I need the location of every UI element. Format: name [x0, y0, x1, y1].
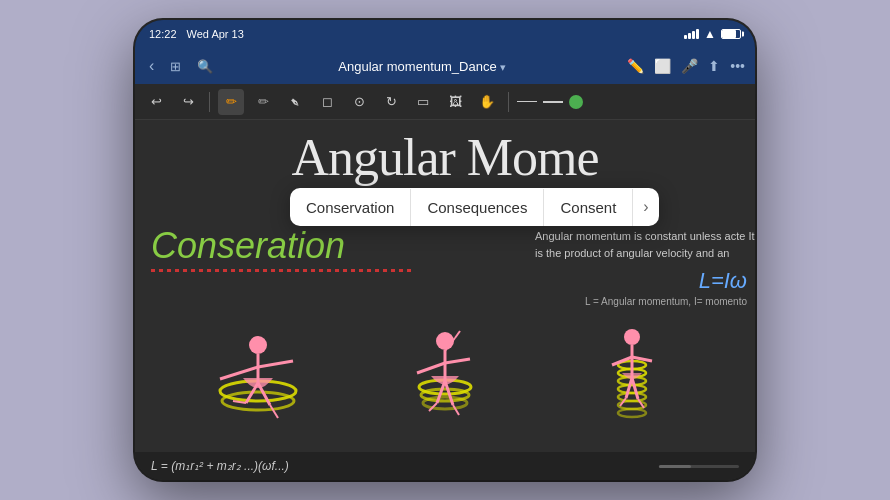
- bottom-formula: L = (m₁r₁² + m₂r₂ ...)(ωf...): [151, 459, 289, 473]
- toolbar-separator-1: [209, 92, 210, 112]
- share-icon[interactable]: ⬆: [708, 58, 720, 74]
- grid-button[interactable]: ⊞: [166, 57, 185, 76]
- autocomplete-item-conservation[interactable]: Conservation: [290, 189, 411, 226]
- svg-point-31: [618, 409, 646, 417]
- pencil-tool[interactable]: ✏: [250, 89, 276, 115]
- autocomplete-more-button[interactable]: ›: [633, 188, 658, 226]
- undo-button[interactable]: ↩: [143, 89, 169, 115]
- hand-tool[interactable]: ✋: [474, 89, 500, 115]
- svg-point-13: [423, 397, 467, 409]
- svg-point-2: [249, 336, 267, 354]
- svg-line-16: [455, 331, 460, 338]
- dancer-3: [582, 323, 682, 443]
- dancer-2: [395, 323, 495, 443]
- dancer-3-svg: [582, 323, 682, 443]
- progress-fill: [659, 465, 691, 468]
- svg-line-20: [445, 359, 470, 363]
- autocomplete-popup: Conservation Consequences Consent ›: [290, 188, 659, 226]
- formula-section: L=Iω L = Angular momentum, I= momento: [555, 268, 755, 307]
- line-thick[interactable]: [543, 101, 563, 103]
- nav-icons: ✏️ ⬜ 🎤 ⬆ •••: [627, 58, 745, 74]
- image-tool[interactable]: 🖼: [442, 89, 468, 115]
- document-title: Angular momentum_Dance ▾: [225, 59, 619, 74]
- autocomplete-item-consent[interactable]: Consent: [544, 189, 633, 226]
- screen-icon[interactable]: ⬜: [654, 58, 671, 74]
- dancer-2-svg: [395, 323, 495, 443]
- status-right: ▲: [684, 27, 741, 41]
- battery-icon: [721, 29, 741, 39]
- marker-tool[interactable]: ✒: [277, 83, 314, 120]
- page-title: Angular Mome: [135, 128, 755, 187]
- more-icon[interactable]: •••: [730, 58, 745, 74]
- search-button[interactable]: 🔍: [193, 57, 217, 76]
- svg-line-38: [632, 378, 638, 399]
- description-text: Angular momentum is constant unless acte…: [535, 228, 755, 261]
- navigation-bar: ‹ ⊞ 🔍 Angular momentum_Dance ▾ ✏️ ⬜ 🎤 ⬆ …: [135, 48, 755, 84]
- date: Wed Apr 13: [187, 28, 244, 40]
- svg-point-14: [436, 332, 454, 350]
- rotate-tool[interactable]: ↻: [378, 89, 404, 115]
- pen-tool[interactable]: ✏: [218, 89, 244, 115]
- content-area: Angular Mome Conservation Consequences C…: [135, 120, 755, 480]
- status-bar: 12:22 Wed Apr 13 ▲: [135, 20, 755, 48]
- time: 12:22: [149, 28, 177, 40]
- svg-line-37: [626, 378, 632, 398]
- redo-button[interactable]: ↪: [175, 89, 201, 115]
- svg-point-32: [624, 329, 640, 345]
- dancers-area: [135, 305, 755, 460]
- svg-line-6: [258, 361, 293, 367]
- svg-line-19: [417, 363, 445, 373]
- signal-icon: [684, 29, 699, 39]
- pencil-nav-icon[interactable]: ✏️: [627, 58, 644, 74]
- title-chevron[interactable]: ▾: [500, 61, 506, 73]
- progress-bar: [659, 465, 739, 468]
- wifi-icon: ▲: [704, 27, 716, 41]
- status-left: 12:22 Wed Apr 13: [149, 28, 244, 40]
- mic-icon[interactable]: 🎤: [681, 58, 698, 74]
- drawing-toolbar: ↩ ↪ ✏ ✏ ✒ ◻ ⊙ ↻ ▭ 🖼 ✋: [135, 84, 755, 120]
- dancer-1: [208, 323, 308, 443]
- dancer-1-svg: [208, 323, 308, 443]
- autocomplete-item-consequences[interactable]: Consequences: [411, 189, 544, 226]
- underline-decoration: [151, 269, 411, 272]
- eraser-tool[interactable]: ◻: [314, 89, 340, 115]
- line-thin[interactable]: [517, 101, 537, 102]
- color-selector[interactable]: [569, 95, 583, 109]
- back-button[interactable]: ‹: [145, 55, 158, 77]
- bottom-bar: L = (m₁r₁² + m₂r₂ ...)(ωf...): [135, 452, 755, 480]
- toolbar-separator-2: [508, 92, 509, 112]
- lasso-tool[interactable]: ⊙: [346, 89, 372, 115]
- shapes-tool[interactable]: ▭: [410, 89, 436, 115]
- svg-line-10: [270, 405, 278, 418]
- ipad-frame: 12:22 Wed Apr 13 ▲ ‹ ⊞ 🔍 Angular momentu…: [135, 20, 755, 480]
- svg-line-5: [220, 367, 258, 379]
- formula-main: L=Iω: [555, 268, 747, 294]
